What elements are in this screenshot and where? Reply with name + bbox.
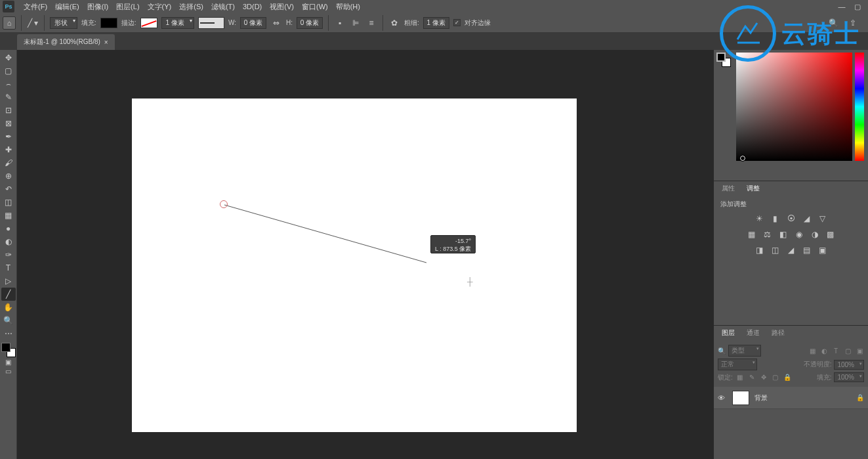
blur-tool[interactable]: ●	[1, 222, 16, 235]
tab-properties[interactable]: 属性	[716, 182, 740, 195]
filter-image-icon[interactable]: ▦	[808, 346, 817, 355]
path-select-tool[interactable]: ▷	[1, 274, 16, 288]
link-wh-icon[interactable]: ⇔	[270, 17, 282, 29]
stroke-style-dropdown[interactable]	[198, 17, 224, 29]
line-shape-tool[interactable]: ╱	[1, 288, 16, 301]
hue-slider[interactable]	[855, 53, 864, 161]
line-tool-preset-icon[interactable]: ╱ ▾	[27, 17, 39, 29]
lock-nest-icon[interactable]: ▢	[771, 373, 780, 382]
tab-adjustments[interactable]: 调整	[741, 182, 765, 195]
tab-layers[interactable]: 图层	[716, 326, 740, 339]
home-icon[interactable]: ⌂	[3, 16, 16, 30]
crop-tool[interactable]: ⊡	[1, 104, 16, 117]
adj-vibrance-icon[interactable]: ▽	[817, 213, 829, 225]
align-edges-checkbox[interactable]: ✓	[453, 19, 461, 26]
adj-channelmixer-icon[interactable]: ◑	[809, 229, 821, 240]
tab-paths[interactable]: 路径	[766, 326, 790, 339]
type-tool[interactable]: T	[1, 261, 16, 274]
color-panel-fgbg[interactable]	[716, 53, 734, 158]
layer-item-background[interactable]: 👁 背景 🔒	[714, 387, 868, 409]
healing-tool[interactable]: ✚	[1, 143, 16, 156]
menu-image[interactable]: 图像(I)	[83, 1, 112, 13]
filter-smart-icon[interactable]: ▣	[855, 346, 864, 355]
move-tool[interactable]: ✥	[1, 51, 16, 64]
path-arrange-icon[interactable]: ≡	[365, 17, 377, 29]
menu-filter[interactable]: 滤镜(T)	[207, 1, 239, 13]
share-icon[interactable]: ⇪	[847, 17, 859, 29]
layer-filter-dropdown[interactable]: 类型	[728, 345, 761, 357]
filter-adjust-icon[interactable]: ◐	[819, 346, 829, 355]
clone-tool[interactable]: ⊕	[1, 169, 16, 183]
search-small-icon[interactable]: 🔍	[718, 347, 726, 355]
brush-tool[interactable]: 🖌	[1, 156, 16, 169]
blend-mode-dropdown[interactable]: 正常	[718, 359, 757, 370]
adj-bw-icon[interactable]: ◧	[777, 229, 789, 240]
adj-posterize-icon[interactable]: ◫	[770, 244, 781, 256]
tool-mode-dropdown[interactable]: 形状	[50, 17, 77, 29]
adj-exposure-icon[interactable]: ◢	[801, 213, 813, 225]
edit-toolbar[interactable]: ⋯	[1, 327, 16, 340]
panel-fg-swatch[interactable]	[716, 53, 726, 62]
foreground-color-swatch[interactable]	[1, 343, 10, 352]
foreground-background-swatch[interactable]	[1, 343, 16, 357]
lock-artboard-icon[interactable]: ✥	[759, 373, 768, 382]
menu-layer[interactable]: 图层(L)	[112, 1, 143, 13]
adj-threshold-icon[interactable]: ◢	[785, 244, 797, 256]
path-ops-icon[interactable]: ▪	[334, 17, 346, 29]
adj-colorbalance-icon[interactable]: ⚖	[762, 229, 774, 240]
lasso-tool[interactable]: ⌢	[1, 77, 16, 91]
adj-gradientmap-icon[interactable]: ▤	[801, 244, 813, 256]
close-icon[interactable]: ×	[104, 39, 108, 46]
lock-pixels-icon[interactable]: ▦	[735, 373, 745, 382]
width-input[interactable]	[240, 17, 266, 29]
layer-visibility-icon[interactable]: 👁	[718, 394, 727, 402]
marquee-tool[interactable]: ▢	[1, 64, 16, 77]
history-brush-tool[interactable]: ↶	[1, 183, 16, 196]
opacity-dropdown[interactable]: 100%	[834, 360, 864, 370]
eyedropper-tool[interactable]: ✒	[1, 130, 16, 143]
menu-file[interactable]: 文件(F)	[20, 1, 51, 13]
pen-tool[interactable]: ✑	[1, 248, 16, 261]
lock-all-icon[interactable]: 🔒	[783, 373, 792, 382]
canvas-area[interactable]: -15.7° L : 873.5 像素 ┼	[17, 50, 714, 459]
stroke-color-swatch[interactable]	[140, 18, 157, 28]
eraser-tool[interactable]: ◫	[1, 196, 16, 209]
menu-3d[interactable]: 3D(D)	[239, 1, 266, 12]
path-options-icon[interactable]: ✿	[388, 17, 400, 29]
fill-color-swatch[interactable]	[100, 18, 117, 28]
fill-dropdown[interactable]: 100%	[834, 372, 864, 382]
dodge-tool[interactable]: ◐	[1, 235, 16, 248]
frame-tool[interactable]: ⊠	[1, 117, 16, 130]
adj-colorlookup-icon[interactable]: ▩	[825, 229, 837, 240]
filter-text-icon[interactable]: T	[831, 346, 840, 355]
menu-select[interactable]: 选择(S)	[175, 1, 207, 13]
adj-invert-icon[interactable]: ◨	[754, 244, 766, 256]
document-tab[interactable]: 未标题-1 @ 100%(RGB/8) ×	[17, 34, 115, 50]
quick-select-tool[interactable]: ✎	[1, 91, 16, 104]
search-icon[interactable]: 🔍	[827, 17, 839, 29]
gradient-tool[interactable]: ▦	[1, 209, 16, 222]
filter-shape-icon[interactable]: ▢	[843, 346, 852, 355]
thickness-input[interactable]	[423, 17, 449, 29]
color-saturation-field[interactable]	[736, 53, 852, 161]
tab-channels[interactable]: 通道	[741, 326, 765, 339]
hand-tool[interactable]: ✋	[1, 301, 16, 314]
minimize-icon[interactable]: —	[834, 3, 850, 11]
adj-photofilter-icon[interactable]: ◉	[793, 229, 805, 240]
menu-type[interactable]: 文字(Y)	[144, 1, 176, 13]
menu-edit[interactable]: 编辑(E)	[51, 1, 83, 13]
lock-position-icon[interactable]: ✎	[747, 373, 756, 382]
height-input[interactable]	[297, 17, 323, 29]
screenmode-icon[interactable]: ▭	[1, 366, 16, 376]
adj-levels-icon[interactable]: ▮	[770, 213, 781, 225]
menu-help[interactable]: 帮助(H)	[332, 1, 364, 13]
path-align-icon[interactable]: ⊫	[350, 17, 362, 29]
layer-thumbnail[interactable]	[732, 391, 749, 405]
adj-hue-icon[interactable]: ▦	[746, 229, 758, 240]
document-canvas[interactable]	[132, 98, 577, 432]
maximize-icon[interactable]: ▢	[850, 3, 865, 11]
zoom-tool[interactable]: 🔍	[1, 314, 16, 327]
stroke-width-dropdown[interactable]: 1 像素	[161, 17, 194, 29]
adj-selectivecolor-icon[interactable]: ▣	[817, 244, 829, 256]
menu-view[interactable]: 视图(V)	[266, 1, 298, 13]
